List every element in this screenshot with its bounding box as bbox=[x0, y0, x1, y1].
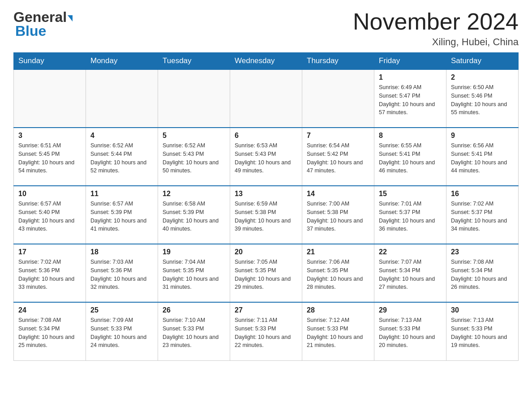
day-info: Sunrise: 6:55 AMSunset: 5:41 PMDaylight:… bbox=[379, 141, 442, 175]
day-number: 16 bbox=[451, 190, 514, 198]
calendar-cell: 18Sunrise: 7:03 AMSunset: 5:36 PMDayligh… bbox=[86, 244, 158, 302]
day-number: 10 bbox=[18, 190, 81, 198]
day-number: 17 bbox=[18, 248, 81, 256]
calendar-cell: 19Sunrise: 7:04 AMSunset: 5:35 PMDayligh… bbox=[158, 244, 230, 302]
calendar-cell: 20Sunrise: 7:05 AMSunset: 5:35 PMDayligh… bbox=[230, 244, 302, 302]
calendar-cell: 14Sunrise: 7:00 AMSunset: 5:38 PMDayligh… bbox=[302, 186, 374, 244]
day-number: 7 bbox=[307, 132, 369, 140]
day-info: Sunrise: 7:11 AMSunset: 5:33 PMDaylight:… bbox=[235, 316, 297, 350]
day-info: Sunrise: 6:52 AMSunset: 5:43 PMDaylight:… bbox=[163, 141, 225, 175]
day-info: Sunrise: 6:54 AMSunset: 5:42 PMDaylight:… bbox=[307, 141, 369, 175]
calendar-cell: 22Sunrise: 7:07 AMSunset: 5:34 PMDayligh… bbox=[374, 244, 446, 302]
day-info: Sunrise: 7:07 AMSunset: 5:34 PMDaylight:… bbox=[379, 258, 442, 291]
calendar-cell bbox=[158, 69, 230, 128]
calendar-cell: 24Sunrise: 7:08 AMSunset: 5:34 PMDayligh… bbox=[14, 302, 86, 360]
calendar-cell: 10Sunrise: 6:57 AMSunset: 5:40 PMDayligh… bbox=[14, 186, 86, 244]
day-number: 5 bbox=[163, 132, 225, 140]
day-number: 14 bbox=[307, 190, 369, 198]
weekday-header-sunday: Sunday bbox=[14, 53, 86, 70]
day-number: 25 bbox=[90, 306, 153, 314]
day-number: 29 bbox=[379, 306, 442, 314]
weekday-header-tuesday: Tuesday bbox=[158, 53, 230, 70]
calendar-cell: 8Sunrise: 6:55 AMSunset: 5:41 PMDaylight… bbox=[374, 128, 446, 186]
day-info: Sunrise: 6:59 AMSunset: 5:38 PMDaylight:… bbox=[235, 200, 297, 233]
day-number: 24 bbox=[18, 306, 81, 314]
calendar-table: SundayMondayTuesdayWednesdayThursdayFrid… bbox=[13, 52, 519, 361]
week-row-4: 17Sunrise: 7:02 AMSunset: 5:36 PMDayligh… bbox=[14, 244, 519, 302]
calendar-cell bbox=[86, 69, 158, 128]
weekday-header-thursday: Thursday bbox=[302, 53, 374, 70]
day-info: Sunrise: 6:49 AMSunset: 5:47 PMDaylight:… bbox=[379, 83, 442, 117]
weekday-header-monday: Monday bbox=[86, 53, 158, 70]
day-number: 12 bbox=[163, 190, 225, 198]
day-number: 3 bbox=[18, 132, 81, 140]
weekday-header-row: SundayMondayTuesdayWednesdayThursdayFrid… bbox=[14, 53, 519, 70]
day-number: 13 bbox=[235, 190, 297, 198]
day-info: Sunrise: 7:02 AMSunset: 5:36 PMDaylight:… bbox=[18, 258, 81, 291]
day-info: Sunrise: 7:13 AMSunset: 5:33 PMDaylight:… bbox=[451, 316, 514, 350]
day-info: Sunrise: 7:05 AMSunset: 5:35 PMDaylight:… bbox=[235, 258, 297, 291]
calendar-cell: 21Sunrise: 7:06 AMSunset: 5:35 PMDayligh… bbox=[302, 244, 374, 302]
calendar-cell: 23Sunrise: 7:08 AMSunset: 5:34 PMDayligh… bbox=[446, 244, 519, 302]
day-info: Sunrise: 7:09 AMSunset: 5:33 PMDaylight:… bbox=[90, 316, 153, 350]
day-number: 6 bbox=[235, 132, 297, 140]
title-area: November 2024 Xiling, Hubei, China bbox=[353, 9, 519, 48]
weekday-header-wednesday: Wednesday bbox=[230, 53, 302, 70]
calendar-cell: 6Sunrise: 6:53 AMSunset: 5:43 PMDaylight… bbox=[230, 128, 302, 186]
week-row-5: 24Sunrise: 7:08 AMSunset: 5:34 PMDayligh… bbox=[14, 302, 519, 360]
weekday-header-saturday: Saturday bbox=[446, 53, 519, 70]
calendar-cell: 5Sunrise: 6:52 AMSunset: 5:43 PMDaylight… bbox=[158, 128, 230, 186]
day-number: 30 bbox=[451, 306, 514, 314]
calendar-cell: 15Sunrise: 7:01 AMSunset: 5:37 PMDayligh… bbox=[374, 186, 446, 244]
calendar-cell: 7Sunrise: 6:54 AMSunset: 5:42 PMDaylight… bbox=[302, 128, 374, 186]
day-info: Sunrise: 7:00 AMSunset: 5:38 PMDaylight:… bbox=[307, 200, 369, 233]
day-info: Sunrise: 7:13 AMSunset: 5:33 PMDaylight:… bbox=[379, 316, 442, 350]
calendar-cell: 29Sunrise: 7:13 AMSunset: 5:33 PMDayligh… bbox=[374, 302, 446, 360]
day-number: 23 bbox=[451, 248, 514, 256]
day-info: Sunrise: 7:02 AMSunset: 5:37 PMDaylight:… bbox=[451, 200, 514, 233]
day-info: Sunrise: 7:03 AMSunset: 5:36 PMDaylight:… bbox=[90, 258, 153, 291]
calendar-cell: 3Sunrise: 6:51 AMSunset: 5:45 PMDaylight… bbox=[14, 128, 86, 186]
day-number: 11 bbox=[90, 190, 153, 198]
day-info: Sunrise: 7:01 AMSunset: 5:37 PMDaylight:… bbox=[379, 200, 442, 233]
calendar-cell bbox=[14, 69, 86, 128]
day-info: Sunrise: 7:06 AMSunset: 5:35 PMDaylight:… bbox=[307, 258, 369, 291]
calendar-cell bbox=[302, 69, 374, 128]
month-year-title: November 2024 bbox=[353, 9, 519, 34]
weekday-header-friday: Friday bbox=[374, 53, 446, 70]
page-header: General Blue November 2024 Xiling, Hubei… bbox=[13, 9, 519, 48]
calendar-cell: 26Sunrise: 7:10 AMSunset: 5:33 PMDayligh… bbox=[158, 302, 230, 360]
logo: General Blue bbox=[13, 9, 73, 39]
day-info: Sunrise: 6:52 AMSunset: 5:44 PMDaylight:… bbox=[90, 141, 153, 175]
calendar-cell: 28Sunrise: 7:12 AMSunset: 5:33 PMDayligh… bbox=[302, 302, 374, 360]
day-number: 8 bbox=[379, 132, 442, 140]
day-number: 15 bbox=[379, 190, 442, 198]
day-info: Sunrise: 7:08 AMSunset: 5:34 PMDaylight:… bbox=[451, 258, 514, 291]
day-number: 20 bbox=[235, 248, 297, 256]
day-number: 28 bbox=[307, 306, 369, 314]
day-info: Sunrise: 6:57 AMSunset: 5:40 PMDaylight:… bbox=[18, 200, 81, 233]
calendar-cell: 25Sunrise: 7:09 AMSunset: 5:33 PMDayligh… bbox=[86, 302, 158, 360]
day-number: 18 bbox=[90, 248, 153, 256]
calendar-cell: 11Sunrise: 6:57 AMSunset: 5:39 PMDayligh… bbox=[86, 186, 158, 244]
day-info: Sunrise: 6:51 AMSunset: 5:45 PMDaylight:… bbox=[18, 141, 81, 175]
day-info: Sunrise: 7:04 AMSunset: 5:35 PMDaylight:… bbox=[163, 258, 225, 291]
calendar-cell: 2Sunrise: 6:50 AMSunset: 5:46 PMDaylight… bbox=[446, 69, 519, 128]
location-subtitle: Xiling, Hubei, China bbox=[353, 36, 519, 48]
logo-triangle-icon bbox=[68, 15, 73, 21]
calendar-cell: 9Sunrise: 6:56 AMSunset: 5:41 PMDaylight… bbox=[446, 128, 519, 186]
calendar-cell bbox=[230, 69, 302, 128]
week-row-2: 3Sunrise: 6:51 AMSunset: 5:45 PMDaylight… bbox=[14, 128, 519, 186]
logo-blue-text: Blue bbox=[15, 23, 46, 39]
calendar-cell: 27Sunrise: 7:11 AMSunset: 5:33 PMDayligh… bbox=[230, 302, 302, 360]
calendar-cell: 4Sunrise: 6:52 AMSunset: 5:44 PMDaylight… bbox=[86, 128, 158, 186]
day-number: 1 bbox=[379, 73, 442, 81]
day-number: 22 bbox=[379, 248, 442, 256]
calendar-cell: 1Sunrise: 6:49 AMSunset: 5:47 PMDaylight… bbox=[374, 69, 446, 128]
calendar-cell: 17Sunrise: 7:02 AMSunset: 5:36 PMDayligh… bbox=[14, 244, 86, 302]
day-number: 9 bbox=[451, 132, 514, 140]
day-info: Sunrise: 7:08 AMSunset: 5:34 PMDaylight:… bbox=[18, 316, 81, 350]
day-info: Sunrise: 6:56 AMSunset: 5:41 PMDaylight:… bbox=[451, 141, 514, 175]
day-info: Sunrise: 7:10 AMSunset: 5:33 PMDaylight:… bbox=[163, 316, 225, 350]
day-info: Sunrise: 6:58 AMSunset: 5:39 PMDaylight:… bbox=[163, 200, 225, 233]
